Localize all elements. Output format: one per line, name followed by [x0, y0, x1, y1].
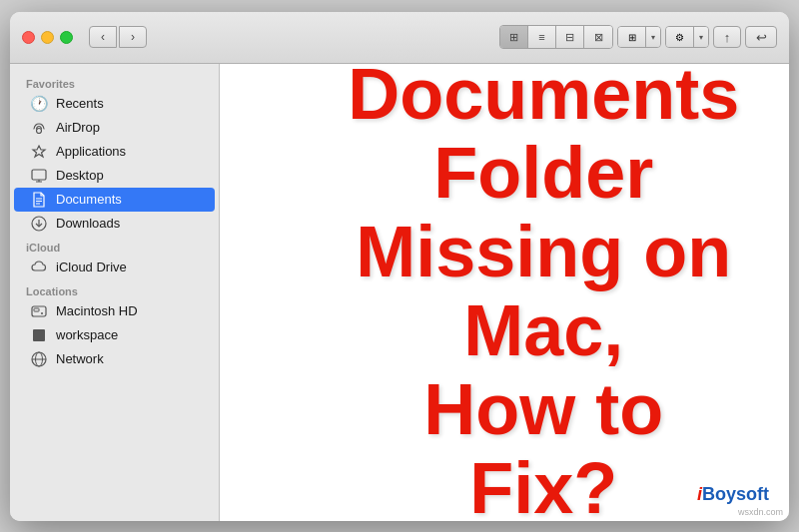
- sidebar-item-label: Macintosh HD: [56, 303, 138, 318]
- group-by-icon: ⊞: [618, 27, 646, 47]
- logo-text: Boysoft: [702, 484, 769, 504]
- group-by-button[interactable]: ⊞ ▾: [617, 26, 661, 48]
- sidebar-item-label: Applications: [56, 144, 126, 159]
- gear-icon: ⚙: [666, 27, 694, 47]
- sidebar-item-label: iCloud Drive: [56, 260, 127, 274]
- network-icon: [30, 350, 48, 368]
- nav-buttons: ‹ ›: [89, 26, 147, 48]
- sidebar-item-workspace[interactable]: workspace: [14, 323, 215, 347]
- forward-button[interactable]: ›: [119, 26, 147, 48]
- sidebar-item-label: AirDrop: [56, 120, 100, 135]
- sidebar-item-airdrop[interactable]: AirDrop: [14, 116, 215, 140]
- forward-icon: ›: [131, 30, 135, 44]
- main-pane: Documents Folder Missing on Mac, How to …: [220, 64, 789, 521]
- overlay-line2: Missing on Mac,: [356, 212, 731, 370]
- sidebar-item-label: workspace: [56, 327, 118, 342]
- sidebar-item-label: Network: [56, 351, 104, 366]
- gallery-icon: ⊠: [594, 31, 603, 44]
- sidebar: Favorites 🕐 Recents AirDrop: [10, 64, 220, 521]
- svg-point-11: [41, 312, 43, 314]
- macintosh-hd-icon: [30, 302, 48, 320]
- overlay-text: Documents Folder Missing on Mac, How to …: [348, 64, 739, 521]
- icloud-header: iCloud: [10, 236, 219, 256]
- content-area: Favorites 🕐 Recents AirDrop: [10, 64, 789, 521]
- svg-point-0: [37, 128, 42, 133]
- view-list-button[interactable]: ≡: [528, 26, 556, 48]
- iboysoft-logo: iBoysoft: [697, 484, 769, 505]
- view-controls: ⊞ ≡ ⊟ ⊠ ⊞ ▾ ⚙ ▾ ↑: [499, 25, 777, 49]
- grid-icon: ⊞: [509, 31, 518, 44]
- overlay-line1: Documents Folder: [348, 64, 739, 214]
- toolbar: ‹ › ⊞ ≡ ⊟ ⊠: [10, 12, 789, 64]
- close-button[interactable]: [22, 31, 35, 44]
- maximize-button[interactable]: [60, 31, 73, 44]
- list-icon: ≡: [538, 31, 544, 43]
- svg-rect-1: [32, 170, 46, 180]
- minimize-button[interactable]: [41, 31, 54, 44]
- share-icon: ↑: [724, 30, 731, 45]
- back-button[interactable]: ‹: [89, 26, 117, 48]
- downloads-icon: [30, 215, 48, 233]
- sidebar-item-label: Recents: [56, 96, 104, 111]
- share-button[interactable]: ↑: [713, 26, 741, 48]
- applications-icon: [30, 143, 48, 161]
- sidebar-item-label: Downloads: [56, 216, 120, 231]
- finder-window: ‹ › ⊞ ≡ ⊟ ⊠: [10, 12, 789, 521]
- sidebar-item-icloud-drive[interactable]: iCloud Drive: [14, 256, 215, 279]
- overlay-line3: How to Fix?: [423, 370, 663, 521]
- column-icon: ⊟: [565, 31, 574, 44]
- view-gallery-button[interactable]: ⊠: [584, 26, 612, 48]
- svg-rect-10: [34, 308, 39, 311]
- workspace-icon: [30, 326, 48, 344]
- recents-icon: 🕐: [30, 95, 48, 113]
- locations-header: Locations: [10, 279, 219, 299]
- sidebar-item-applications[interactable]: Applications: [14, 140, 215, 164]
- action-button[interactable]: ⚙ ▾: [665, 26, 709, 48]
- group-by-arrow-icon: ▾: [646, 27, 660, 47]
- sidebar-item-downloads[interactable]: Downloads: [14, 212, 215, 236]
- documents-icon: [30, 191, 48, 209]
- sidebar-item-macintosh-hd[interactable]: Macintosh HD: [14, 299, 215, 323]
- sidebar-item-recents[interactable]: 🕐 Recents: [14, 92, 215, 116]
- tag-button[interactable]: ↩: [745, 26, 777, 48]
- svg-rect-12: [33, 329, 45, 341]
- sidebar-item-label: Documents: [56, 192, 122, 207]
- sidebar-item-desktop[interactable]: Desktop: [14, 164, 215, 188]
- traffic-lights: [22, 31, 73, 44]
- view-button-group: ⊞ ≡ ⊟ ⊠: [499, 25, 613, 49]
- favorites-header: Favorites: [10, 72, 219, 92]
- sidebar-item-label: Desktop: [56, 168, 104, 183]
- view-icon-button[interactable]: ⊞: [500, 26, 528, 48]
- airdrop-icon: [30, 119, 48, 137]
- watermark: wsxdn.com: [738, 507, 783, 517]
- icloud-drive-icon: [30, 259, 48, 276]
- back-icon: ‹: [101, 30, 105, 44]
- sidebar-item-documents[interactable]: Documents: [14, 188, 215, 212]
- view-column-button[interactable]: ⊟: [556, 26, 584, 48]
- overlay-title: Documents Folder Missing on Mac, How to …: [348, 64, 739, 521]
- desktop-icon: [30, 167, 48, 185]
- action-arrow-icon: ▾: [694, 27, 708, 47]
- tag-icon: ↩: [756, 30, 767, 45]
- sidebar-item-network[interactable]: Network: [14, 347, 215, 371]
